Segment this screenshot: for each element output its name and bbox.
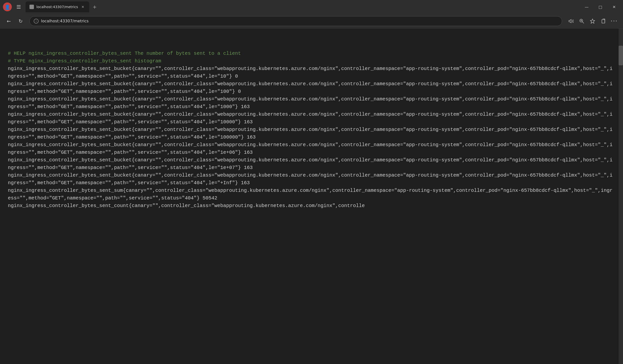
scrollbar[interactable] — [619, 28, 623, 364]
svg-rect-0 — [17, 5, 21, 6]
collections-icon — [601, 19, 606, 24]
titlebar: 👤 localhost:43307/metrics ✕ + — □ ✕ — [0, 0, 623, 14]
address-text: localhost:43307/metrics — [41, 19, 558, 23]
close-button[interactable]: ✕ — [608, 2, 620, 11]
refresh-icon: ↻ — [19, 18, 23, 24]
favorites-icon — [590, 19, 595, 24]
tab-bar: localhost:43307/metrics ✕ + — [25, 0, 578, 14]
metrics-line: nginx_ingress_controller_bytes_sent_buck… — [8, 126, 615, 141]
scrollbar-thumb[interactable] — [619, 46, 623, 65]
metrics-line: nginx_ingress_controller_bytes_sent_buck… — [8, 156, 615, 171]
metrics-line: # HELP nginx_ingress_controller_bytes_se… — [8, 50, 615, 57]
more-icon: ··· — [611, 18, 618, 24]
favorites-button[interactable] — [588, 16, 598, 26]
active-tab[interactable]: localhost:43307/metrics ✕ — [25, 1, 89, 12]
back-button[interactable]: ← — [4, 16, 14, 26]
window-controls: — □ ✕ — [581, 2, 620, 11]
zoom-button[interactable] — [577, 16, 587, 26]
metrics-line: nginx_ingress_controller_bytes_sent_buck… — [8, 171, 615, 187]
svg-rect-1 — [17, 7, 21, 7]
metrics-text: # HELP nginx_ingress_controller_bytes_se… — [8, 50, 615, 210]
new-tab-button[interactable]: + — [90, 2, 99, 11]
metrics-line: nginx_ingress_controller_bytes_sent_sum{… — [8, 187, 615, 202]
favicon-icon — [29, 5, 34, 9]
metrics-line: nginx_ingress_controller_bytes_sent_buck… — [8, 65, 615, 80]
navbar: ← ↻ i localhost:43307/metrics — [0, 14, 623, 28]
svg-line-8 — [582, 21, 584, 23]
tab-close-button[interactable]: ✕ — [80, 4, 85, 9]
minimize-button[interactable]: — — [581, 2, 593, 11]
info-icon: i — [34, 19, 39, 23]
sidebar-icon — [16, 4, 21, 9]
refresh-button[interactable]: ↻ — [16, 16, 25, 26]
maximize-button[interactable]: □ — [595, 2, 606, 11]
metrics-line: nginx_ingress_controller_bytes_sent_buck… — [8, 110, 615, 126]
metrics-line: nginx_ingress_controller_bytes_sent_buck… — [8, 95, 615, 110]
metrics-content: # HELP nginx_ingress_controller_bytes_se… — [0, 28, 623, 364]
avatar-icon: 👤 — [5, 4, 10, 10]
svg-marker-11 — [590, 19, 595, 23]
metrics-line: nginx_ingress_controller_bytes_sent_buck… — [8, 141, 615, 156]
nav-actions: ··· — [566, 16, 619, 26]
tab-favicon — [29, 5, 34, 9]
metrics-line: # TYPE nginx_ingress_controller_bytes_se… — [8, 57, 615, 65]
collections-button[interactable] — [599, 16, 608, 26]
tab-title: localhost:43307/metrics — [36, 5, 78, 9]
zoom-icon — [579, 19, 584, 24]
more-button[interactable]: ··· — [609, 16, 619, 26]
sidebar-toggle-button[interactable] — [15, 3, 22, 11]
read-aloud-button[interactable] — [566, 16, 576, 26]
back-icon: ← — [7, 18, 11, 24]
address-bar[interactable]: i localhost:43307/metrics — [29, 16, 562, 26]
svg-rect-2 — [17, 8, 21, 9]
read-aloud-icon — [568, 19, 574, 24]
metrics-line: nginx_ingress_controller_bytes_sent_coun… — [8, 202, 615, 210]
avatar[interactable]: 👤 — [3, 2, 12, 11]
metrics-line: nginx_ingress_controller_bytes_sent_buck… — [8, 80, 615, 95]
